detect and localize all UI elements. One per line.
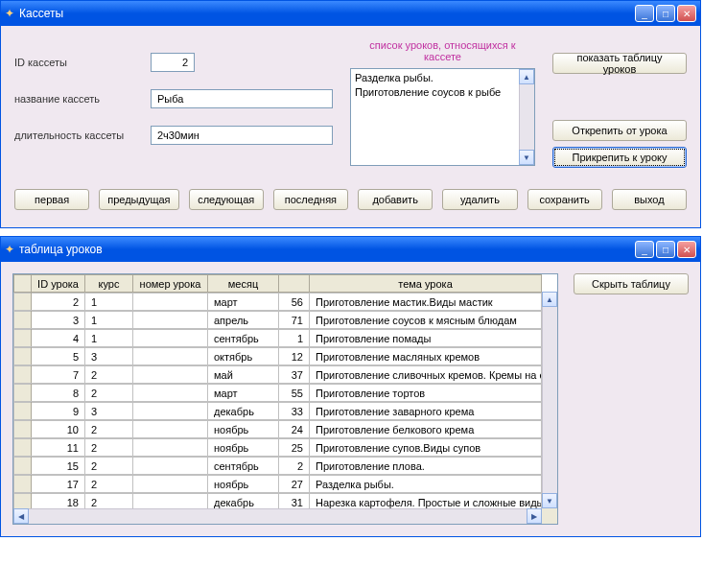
cell-month[interactable]: март [208, 294, 279, 311]
minimize-button[interactable]: _ [635, 5, 654, 22]
cell-course[interactable]: 2 [85, 366, 133, 384]
cell-id[interactable]: 2 [32, 294, 85, 311]
cell-id[interactable]: 7 [32, 366, 85, 384]
cell-course[interactable]: 2 [85, 385, 133, 402]
cell-topic[interactable]: Приготовление тортов [310, 385, 542, 402]
table-row[interactable]: 3 1 апрель 71 Приготовление соусов к мяс… [13, 311, 542, 329]
close-button[interactable]: ✕ [677, 5, 696, 22]
col-topic[interactable]: тема урока [310, 275, 542, 293]
cell-course[interactable]: 3 [85, 403, 133, 420]
cell-course[interactable]: 1 [85, 312, 133, 329]
cell-course[interactable]: 3 [85, 348, 133, 365]
cell-topic[interactable]: Приготовление плова. [310, 458, 542, 475]
lessons-listbox[interactable]: Разделка рыбы. Приготовление соусов к ры… [350, 68, 535, 166]
detach-button[interactable]: Открепить от урока [552, 120, 687, 141]
table-row[interactable]: 11 2 ноябрь 25 Приготовление супов.Виды … [13, 438, 542, 457]
scroll-down-icon[interactable]: ▼ [542, 493, 557, 508]
cell-n2[interactable]: 2 [279, 458, 310, 475]
table-row[interactable]: 8 2 март 55 Приготовление тортов [13, 384, 542, 402]
cell-course[interactable]: 2 [85, 476, 133, 493]
cell-num[interactable] [133, 312, 208, 329]
cell-num[interactable] [133, 421, 208, 438]
cell-id[interactable]: 9 [32, 403, 85, 420]
cell-month[interactable]: апрель [208, 312, 279, 329]
cell-id[interactable]: 5 [32, 348, 85, 365]
next-button[interactable]: следующая [189, 189, 264, 210]
table-row[interactable]: 4 1 сентябрь 1 Приготовление помады [13, 329, 542, 347]
last-button[interactable]: последняя [273, 189, 348, 210]
attach-button[interactable]: Прикрепить к уроку [552, 147, 687, 168]
cell-num[interactable] [133, 330, 208, 347]
cell-n2[interactable]: 33 [279, 403, 310, 420]
first-button[interactable]: первая [14, 189, 89, 210]
col-num[interactable]: номер урока [133, 275, 208, 293]
cell-month[interactable]: май [208, 366, 279, 384]
name-input[interactable] [151, 89, 333, 108]
cell-n2[interactable]: 25 [279, 439, 310, 457]
cell-num[interactable] [133, 366, 208, 384]
cell-id[interactable]: 11 [32, 439, 85, 457]
cell-month[interactable]: декабрь [208, 403, 279, 420]
titlebar[interactable]: ✦ таблица уроков _ □ ✕ [1, 237, 700, 262]
cell-month[interactable]: ноябрь [208, 439, 279, 457]
cell-month[interactable]: октябрь [208, 348, 279, 365]
table-row[interactable]: 15 2 сентябрь 2 Приготовление плова. [13, 457, 542, 475]
scroll-up-icon[interactable]: ▲ [519, 69, 534, 84]
cell-num[interactable] [133, 294, 208, 311]
scroll-up-icon[interactable]: ▲ [542, 292, 557, 307]
titlebar[interactable]: ✦ Кассеты _ □ ✕ [1, 1, 700, 26]
show-table-button[interactable]: показать таблицу уроков [552, 53, 687, 74]
cell-course[interactable]: 2 [85, 421, 133, 438]
maximize-button[interactable]: □ [656, 241, 675, 258]
cell-num[interactable] [133, 439, 208, 457]
hide-table-button[interactable]: Скрыть таблицу [574, 273, 689, 294]
cell-num[interactable] [133, 476, 208, 493]
col-id[interactable]: ID урока [32, 275, 85, 293]
cell-n2[interactable]: 55 [279, 385, 310, 402]
cell-n2[interactable]: 37 [279, 366, 310, 384]
cell-id[interactable]: 10 [32, 421, 85, 438]
cell-topic[interactable]: Приготовление помады [310, 330, 542, 347]
cell-month[interactable]: март [208, 385, 279, 402]
minimize-button[interactable]: _ [635, 241, 654, 258]
table-row[interactable]: 7 2 май 37 Приготовление сливочных кремо… [13, 365, 542, 384]
cell-course[interactable]: 1 [85, 294, 133, 311]
scroll-right-icon[interactable]: ▶ [527, 508, 542, 524]
cell-topic[interactable]: Приготовление соусов к мясным блюдам [310, 312, 542, 329]
table-row[interactable]: 17 2 ноябрь 27 Разделка рыбы. [13, 475, 542, 493]
cell-course[interactable]: 2 [85, 439, 133, 457]
save-button[interactable]: сохранить [527, 189, 602, 210]
cell-month[interactable]: сентябрь [208, 330, 279, 347]
cell-id[interactable]: 15 [32, 458, 85, 475]
col-course[interactable]: курс [85, 275, 133, 293]
cell-month[interactable]: сентябрь [208, 458, 279, 475]
cell-id[interactable]: 4 [32, 330, 85, 347]
col-n2[interactable] [279, 275, 310, 293]
cell-topic[interactable]: Приготовление супов.Виды супов [310, 439, 542, 457]
prev-button[interactable]: предыдущая [99, 189, 178, 210]
cell-n2[interactable]: 24 [279, 421, 310, 438]
exit-button[interactable]: выход [612, 189, 687, 210]
h-scrollbar[interactable] [13, 508, 542, 524]
cell-course[interactable]: 2 [85, 458, 133, 475]
cell-id[interactable]: 17 [32, 476, 85, 493]
cell-num[interactable] [133, 348, 208, 365]
table-row[interactable]: 2 1 март 56 Приготовление мастик.Виды ма… [13, 293, 542, 311]
cell-n2[interactable]: 56 [279, 294, 310, 311]
table-row[interactable]: 10 2 ноябрь 24 Приготовление белкового к… [13, 420, 542, 438]
delete-button[interactable]: удалить [442, 189, 517, 210]
duration-input[interactable] [151, 126, 333, 145]
cell-num[interactable] [133, 458, 208, 475]
table-row[interactable]: 5 3 октябрь 12 Приготовление масляных кр… [13, 347, 542, 365]
scroll-down-icon[interactable]: ▼ [519, 150, 534, 165]
id-input[interactable] [151, 53, 195, 72]
cell-topic[interactable]: Приготовление белкового крема [310, 421, 542, 438]
list-item[interactable]: Приготовление соусов к рыбе [355, 85, 517, 100]
cell-topic[interactable]: Разделка рыбы. [310, 476, 542, 493]
cell-id[interactable]: 8 [32, 385, 85, 402]
col-month[interactable]: месяц [208, 275, 279, 293]
cell-month[interactable]: ноябрь [208, 421, 279, 438]
cell-topic[interactable]: Приготовление заварного крема [310, 403, 542, 420]
cell-topic[interactable]: Приготовление мастик.Виды мастик [310, 294, 542, 311]
v-scrollbar[interactable] [542, 292, 557, 508]
